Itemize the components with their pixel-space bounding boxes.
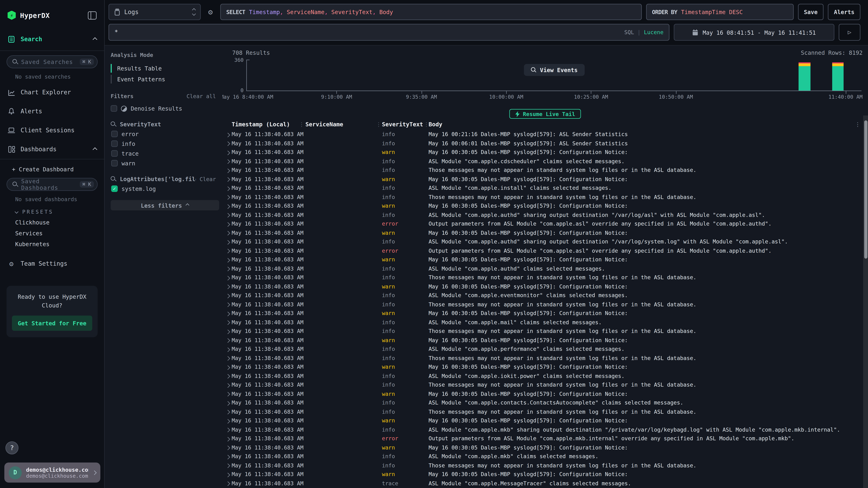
preset-dashboard-item[interactable]: Services xyxy=(0,228,104,238)
sidebar-item-team-settings[interactable]: ⚙ Team Settings xyxy=(0,256,104,272)
column-header-body[interactable]: Body xyxy=(429,121,442,127)
row-expand-chevron[interactable] xyxy=(225,204,230,208)
clear-all-button[interactable]: Clear all xyxy=(186,93,216,99)
row-expand-chevron[interactable] xyxy=(225,312,230,316)
table-row[interactable]: May 16 11:38:40.683 AM info ASL Module "… xyxy=(222,398,863,408)
row-expand-chevron[interactable] xyxy=(225,437,230,441)
row-expand-chevron[interactable] xyxy=(225,338,230,343)
column-drag-handle-icon[interactable]: ⋮ xyxy=(299,122,304,127)
alerts-button[interactable]: Alerts xyxy=(828,4,860,20)
row-expand-chevron[interactable] xyxy=(225,132,230,137)
table-row[interactable]: May 16 11:38:40.683 AM error Output para… xyxy=(222,247,863,256)
resume-live-tail-button[interactable]: Resume Live Tail xyxy=(509,109,581,119)
sidebar-item-chart-explorer[interactable]: Chart Explorer xyxy=(0,85,104,100)
row-expand-chevron[interactable] xyxy=(225,240,230,245)
table-row[interactable]: May 16 11:38:40.683 AM warn May 16 00:30… xyxy=(222,470,863,479)
filter-checkbox[interactable] xyxy=(111,160,118,166)
get-started-button[interactable]: Get Started for Free xyxy=(12,315,92,331)
table-row[interactable]: May 16 11:38:40.683 AM info ASL Module "… xyxy=(222,237,863,247)
sidebar-item-search[interactable]: Search xyxy=(0,30,104,48)
row-expand-chevron[interactable] xyxy=(225,159,230,164)
analysis-mode-option[interactable]: Results Table xyxy=(111,63,222,74)
row-expand-chevron[interactable] xyxy=(225,258,230,262)
source-settings-gear-icon[interactable]: ⚙ xyxy=(205,4,216,20)
row-expand-chevron[interactable] xyxy=(225,401,230,405)
column-header-severitytext[interactable]: SeverityText xyxy=(382,121,423,127)
row-expand-chevron[interactable] xyxy=(225,365,230,369)
preset-dashboard-item[interactable]: Kubernetes xyxy=(0,238,104,250)
row-expand-chevron[interactable] xyxy=(225,428,230,432)
row-expand-chevron[interactable] xyxy=(225,231,230,235)
help-button[interactable]: ? xyxy=(5,442,19,454)
filter-option[interactable]: trace xyxy=(111,150,222,157)
sidebar-item-client-sessions[interactable]: Client Sessions xyxy=(0,123,104,138)
row-expand-chevron[interactable] xyxy=(225,177,230,182)
row-expand-chevron[interactable] xyxy=(225,356,230,361)
filter-option[interactable]: error xyxy=(111,131,222,137)
table-row[interactable]: May 16 11:38:40.683 AM info Those messag… xyxy=(222,354,863,363)
clear-group-button[interactable]: Clear xyxy=(199,176,216,182)
histogram-bar[interactable] xyxy=(832,60,844,91)
row-expand-chevron[interactable] xyxy=(225,347,230,352)
row-expand-chevron[interactable] xyxy=(225,410,230,414)
table-row[interactable]: May 16 11:38:40.683 AM error Output para… xyxy=(222,434,863,443)
table-row[interactable]: May 16 11:38:40.683 AM warn May 16 00:30… xyxy=(222,309,863,318)
saved-searches-input[interactable]: Saved Searches ⌘ K xyxy=(6,55,98,68)
sidebar-item-dashboards[interactable]: Dashboards xyxy=(0,142,104,157)
denoise-toggle[interactable]: Denoise Results xyxy=(111,105,222,112)
table-row[interactable]: May 16 11:38:40.683 AM warn May 16 00:30… xyxy=(222,202,863,211)
lang-toggle-lucene[interactable]: Lucene xyxy=(644,29,663,35)
table-row[interactable]: May 16 11:38:40.683 AM info ASL Module "… xyxy=(222,345,863,354)
table-row[interactable]: May 16 11:38:40.683 AM warn May 16 00:30… xyxy=(222,229,863,238)
table-row[interactable]: May 16 11:38:40.683 AM info Those messag… xyxy=(222,166,863,175)
filter-checkbox[interactable]: ✓ xyxy=(111,186,118,192)
row-expand-chevron[interactable] xyxy=(225,275,230,280)
saved-dashboards-input[interactable]: Saved Dashboards ⌘ K xyxy=(6,178,98,191)
row-expand-chevron[interactable] xyxy=(225,455,230,459)
table-scrollbar[interactable] xyxy=(863,116,868,488)
filter-checkbox[interactable] xyxy=(111,140,118,147)
table-row[interactable]: May 16 11:38:40.683 AM info Those messag… xyxy=(222,408,863,417)
table-row[interactable]: May 16 11:38:40.683 AM error Output para… xyxy=(222,220,863,229)
source-select[interactable]: Logs xyxy=(108,4,201,20)
row-expand-chevron[interactable] xyxy=(225,374,230,379)
row-expand-chevron[interactable] xyxy=(225,446,230,450)
preset-dashboard-item[interactable]: Clickhouse xyxy=(0,217,104,228)
analysis-mode-option[interactable]: Event Patterns xyxy=(111,74,222,85)
less-filters-button[interactable]: Less filters xyxy=(111,200,219,210)
table-row[interactable]: May 16 11:38:40.683 AM info ASL Module "… xyxy=(222,211,863,220)
table-row[interactable]: May 16 11:38:40.683 AM info May 16 00:21… xyxy=(222,130,863,139)
table-row[interactable]: May 16 11:38:40.683 AM info Those messag… xyxy=(222,193,863,202)
table-row[interactable]: May 16 11:38:40.683 AM warn May 16 00:30… xyxy=(222,416,863,425)
row-expand-chevron[interactable] xyxy=(225,195,230,199)
table-row[interactable]: May 16 11:38:40.683 AM info Those messag… xyxy=(222,381,863,390)
table-row[interactable]: May 16 11:38:40.683 AM info ASL Module "… xyxy=(222,291,863,300)
filter-option[interactable]: warn xyxy=(111,160,222,166)
row-expand-chevron[interactable] xyxy=(225,168,230,173)
create-dashboard-button[interactable]: + Create Dashboard xyxy=(0,162,104,176)
table-row[interactable]: May 16 11:38:40.683 AM warn May 16 00:30… xyxy=(222,443,863,452)
scrollbar-thumb[interactable] xyxy=(864,120,867,259)
row-expand-chevron[interactable] xyxy=(225,419,230,423)
presets-header[interactable]: PRESETS xyxy=(0,203,104,217)
table-row[interactable]: May 16 11:38:40.683 AM info ASL Module "… xyxy=(222,157,863,166)
sidebar-collapse-icon[interactable] xyxy=(88,11,97,19)
lang-toggle-sql[interactable]: SQL xyxy=(624,29,634,35)
row-expand-chevron[interactable] xyxy=(225,222,230,226)
row-expand-chevron[interactable] xyxy=(225,186,230,191)
table-row[interactable]: May 16 11:38:40.683 AM info ASL Module "… xyxy=(222,452,863,461)
table-row[interactable]: May 16 11:38:40.683 AM warn May 16 00:30… xyxy=(222,148,863,157)
order-by-input[interactable]: ORDER BY TimestampTime DESC xyxy=(646,4,794,20)
table-row[interactable]: May 16 11:38:40.683 AM warn May 16 00:30… xyxy=(222,255,863,264)
table-row[interactable]: May 16 11:38:40.683 AM info May 16 00:06… xyxy=(222,139,863,148)
table-options-icon[interactable]: ⋮ xyxy=(855,122,860,127)
table-row[interactable]: May 16 11:38:40.683 AM trace ASL Module … xyxy=(222,479,863,488)
row-expand-chevron[interactable] xyxy=(225,213,230,218)
save-button[interactable]: Save xyxy=(798,4,824,20)
row-expand-chevron[interactable] xyxy=(225,141,230,146)
column-drag-handle-icon[interactable]: ⋮ xyxy=(376,122,381,127)
table-row[interactable]: May 16 11:38:40.683 AM warn May 16 00:30… xyxy=(222,390,863,399)
row-expand-chevron[interactable] xyxy=(225,320,230,325)
filter-option[interactable]: info xyxy=(111,140,222,147)
search-query-input[interactable]: * SQL | Lucene xyxy=(108,24,670,41)
